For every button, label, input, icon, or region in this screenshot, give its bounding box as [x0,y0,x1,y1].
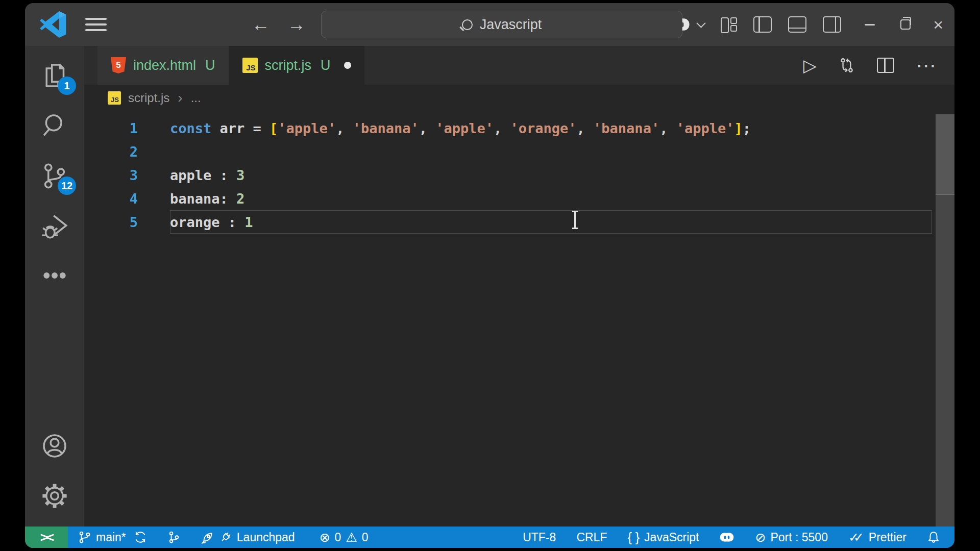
double-check-icon: ✓✓ [848,530,859,545]
run-file-button[interactable]: ▷ [803,57,817,74]
more-icon [40,261,69,290]
error-icon: ⊗ [320,531,330,544]
plug-icon [219,531,232,544]
toggle-primary-sidebar-icon[interactable] [753,16,772,33]
code-line: 4 banana: 2 [84,187,954,210]
line-number: 4 [84,191,138,207]
code-line: 1 const arr = ['apple', 'banana', 'apple… [84,116,954,140]
restore-button[interactable] [900,19,911,30]
search-icon [462,19,473,30]
breadcrumb-separator-icon: › [178,90,182,106]
code-text: apple : 3 [138,167,244,183]
forward-icon[interactable]: → [285,15,308,34]
split-editor-icon[interactable] [877,58,894,73]
warning-count: 0 [362,531,369,544]
gear-icon [40,482,69,510]
launchpad-item[interactable]: Launchpad [201,531,295,544]
close-button[interactable]: × [933,16,943,33]
html5-file-icon: 5 [111,57,126,73]
code-text: orange : 1 [138,214,253,230]
sync-icon [134,531,147,544]
git-branch-icon [78,531,91,544]
blocked-circle-icon: ⊘ [755,531,766,544]
editor-column: 5 index.html U JS script.js U ▷ [84,46,954,527]
line-number: 2 [84,144,138,160]
ibeam-cursor [574,212,576,228]
sidebar-item-more-views[interactable] [39,260,70,291]
explorer-badge: 1 [58,77,76,95]
encoding-item[interactable]: UTF-8 [523,531,556,544]
vscode-window: ← → Javascript × [25,3,954,548]
titlebar-center: ← → Javascript [250,3,682,46]
copilot-status-icon[interactable] [719,531,734,543]
back-icon[interactable]: ← [250,15,272,34]
tab-index-html[interactable]: 5 index.html U [97,46,229,85]
breadcrumb-symbol[interactable]: ... [191,91,201,105]
vertical-scrollbar[interactable] [936,114,954,527]
sidebar-item-run-debug[interactable] [39,210,70,241]
tab-bar: 5 index.html U JS script.js U ▷ [84,46,954,85]
vscode-logo-icon [39,11,67,38]
chevron-down-icon[interactable] [696,18,705,28]
port-label: Port : 5500 [770,531,828,544]
braces-icon: { } [627,531,640,544]
command-center-search[interactable]: Javascript [321,11,682,38]
sidebar-item-source-control[interactable]: 12 [39,160,70,191]
language-label: JavaScript [644,531,699,544]
screen-frame: ← → Javascript × [0,0,980,551]
warning-icon: ⚠ [346,531,357,544]
problems-item[interactable]: ⊗ 0 ⚠ 0 [320,531,369,544]
language-item[interactable]: { } JavaScript [627,531,699,544]
statusbar-right: UTF-8 CRLF { } JavaScript ⊘ Port : 5500 … [523,530,954,545]
customize-layout-icon[interactable] [721,17,737,32]
code-editor[interactable]: 1 const arr = ['apple', 'banana', 'apple… [84,111,954,527]
status-bar: >< main* [25,527,954,548]
source-control-badge: 12 [58,177,76,195]
remote-icon: >< [40,530,53,545]
line-number: 5 [84,214,138,230]
run-debug-icon [40,211,69,240]
branch-item[interactable]: main* [78,531,147,544]
breadcrumb: JS script.js › ... [84,85,954,111]
more-actions-icon[interactable]: ⋯ [916,61,937,69]
scm-graph-icon [167,531,181,544]
titlebar-right: × [669,16,954,33]
minimize-button[interactable] [865,24,875,26]
tab-label: script.js [265,58,312,73]
accounts-button[interactable] [39,431,70,461]
git-status-untracked: U [321,58,331,73]
tab-script-js[interactable]: JS script.js U [229,46,364,85]
open-changes-icon[interactable] [838,57,855,74]
line-number: 1 [84,120,138,136]
code-text: banana: 2 [138,191,244,207]
sidebar-item-explorer[interactable]: 1 [39,60,70,91]
launchpad-label: Launchpad [237,531,295,544]
code-line: 3 apple : 3 [84,163,954,187]
git-status-untracked: U [205,58,215,73]
menu-icon[interactable] [85,16,109,33]
scm-graph-item[interactable] [167,531,181,544]
code-line: 2 [84,140,954,163]
editor-actions: ▷ ⋯ [803,46,954,85]
search-view-icon [40,111,69,140]
code-text: const arr = ['apple', 'banana', 'apple',… [138,120,751,136]
unsaved-dot-icon[interactable] [344,62,351,69]
sidebar-item-search[interactable] [39,110,70,141]
toggle-panel-icon[interactable] [788,16,806,33]
remote-indicator[interactable]: >< [25,527,68,548]
scrollbar-slider[interactable] [936,114,954,195]
activity-bar: 1 12 [25,46,84,527]
eol-item[interactable]: CRLF [576,531,607,544]
live-server-port-item[interactable]: ⊘ Port : 5500 [755,531,827,544]
formatter-item[interactable]: ✓✓ Prettier [848,530,906,545]
toggle-secondary-sidebar-icon[interactable] [823,16,841,33]
js-file-icon: JS [242,58,258,73]
breadcrumb-file[interactable]: script.js [128,91,169,105]
branch-label: main* [96,531,126,544]
bell-icon[interactable] [927,531,940,544]
title-bar: ← → Javascript × [25,3,954,46]
tab-label: index.html [133,58,196,73]
rocket-icon [201,531,214,544]
line-number: 3 [84,167,138,183]
settings-button[interactable] [39,481,70,511]
